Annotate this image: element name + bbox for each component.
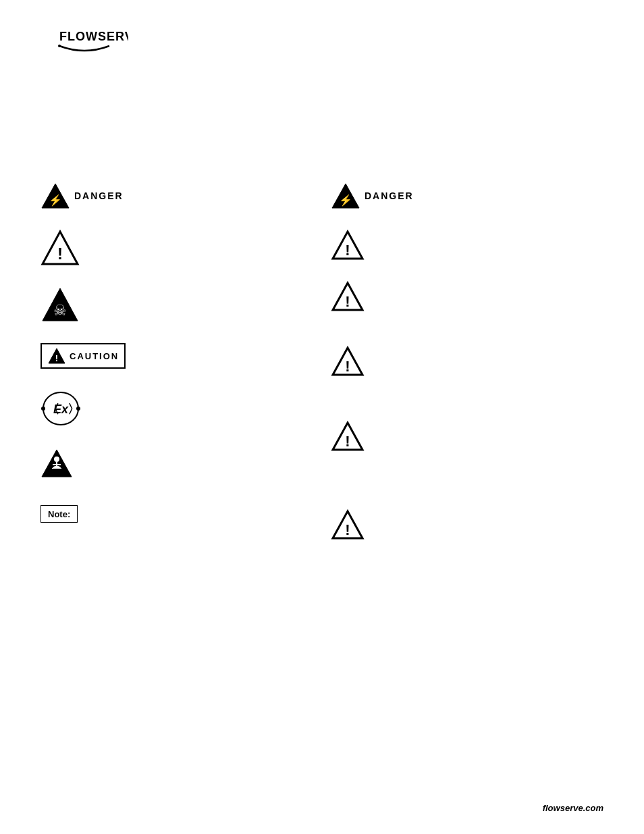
caution-triangle-icon: ! bbox=[47, 347, 66, 365]
caution-label: CAUTION bbox=[70, 351, 119, 361]
logo: FLOWSERVE bbox=[41, 20, 128, 60]
large-warning-triangle-icon: ! bbox=[41, 230, 80, 266]
caution-box-row: ! CAUTION bbox=[41, 343, 126, 369]
svg-text:⚡: ⚡ bbox=[339, 194, 352, 207]
danger-row-right: ⚡ DANGER bbox=[331, 182, 414, 209]
svg-text:!: ! bbox=[345, 358, 350, 375]
website-url: flowserve.com bbox=[543, 803, 603, 813]
left-column: ⚡ DANGER ! ☠ ! CAUTION bbox=[41, 182, 126, 543]
warning-triangle-icon-3: ! bbox=[331, 346, 365, 377]
warning-triangle-icon-1: ! bbox=[331, 230, 365, 261]
svg-text:!: ! bbox=[345, 521, 350, 538]
worker-triangle-row bbox=[41, 448, 126, 478]
flowserve-logo: FLOWSERVE bbox=[41, 20, 128, 57]
danger-row-left: ⚡ DANGER bbox=[41, 182, 126, 209]
svg-text:〈: 〈 bbox=[47, 402, 59, 416]
danger-icon-left: ⚡ DANGER bbox=[41, 182, 124, 209]
warning-right-2: ! bbox=[331, 281, 414, 312]
svg-text:!: ! bbox=[55, 353, 58, 363]
warning-triangle-icon-5: ! bbox=[331, 509, 365, 540]
danger-lightning-icon-right: ⚡ bbox=[331, 182, 360, 209]
warning-right-3: ! bbox=[331, 346, 414, 377]
danger-lightning-icon: ⚡ bbox=[41, 182, 70, 209]
caution-box: ! CAUTION bbox=[41, 343, 126, 369]
warning-right-1: ! bbox=[331, 230, 414, 261]
ex-explosion-icon: Ex 〈 〉 bbox=[41, 389, 81, 428]
warning-right-5: ! bbox=[331, 509, 414, 540]
svg-point-1 bbox=[58, 45, 61, 47]
svg-text:!: ! bbox=[345, 242, 350, 259]
warning-large-row: ! bbox=[41, 230, 126, 266]
svg-text:!: ! bbox=[57, 244, 63, 263]
note-box: Note: bbox=[41, 505, 78, 523]
skull-warning-icon: ☠ bbox=[41, 286, 80, 323]
worker-safety-icon bbox=[41, 448, 73, 478]
svg-text:☠: ☠ bbox=[53, 302, 67, 319]
svg-text:!: ! bbox=[345, 433, 350, 450]
note-box-row: Note: bbox=[41, 505, 126, 523]
danger-label-left: DANGER bbox=[74, 190, 124, 201]
danger-icon-right: ⚡ DANGER bbox=[331, 182, 414, 209]
right-column: ⚡ DANGER ! ! ! ! ! bbox=[331, 182, 414, 561]
warning-triangle-icon-4: ! bbox=[331, 421, 365, 452]
ex-symbol-row: Ex 〈 〉 bbox=[41, 389, 126, 428]
footer: flowserve.com bbox=[543, 802, 603, 814]
warning-right-4: ! bbox=[331, 421, 414, 452]
danger-label-right: DANGER bbox=[365, 190, 414, 201]
svg-text:!: ! bbox=[345, 293, 350, 310]
svg-text:⚡: ⚡ bbox=[49, 194, 62, 207]
svg-text:FLOWSERVE: FLOWSERVE bbox=[59, 30, 128, 43]
svg-point-17 bbox=[54, 457, 59, 462]
svg-point-11 bbox=[41, 407, 45, 411]
skull-warning-row: ☠ bbox=[41, 286, 126, 323]
svg-text:〉: 〉 bbox=[68, 402, 80, 416]
warning-triangle-icon-2: ! bbox=[331, 281, 365, 312]
note-label: Note: bbox=[48, 509, 70, 519]
